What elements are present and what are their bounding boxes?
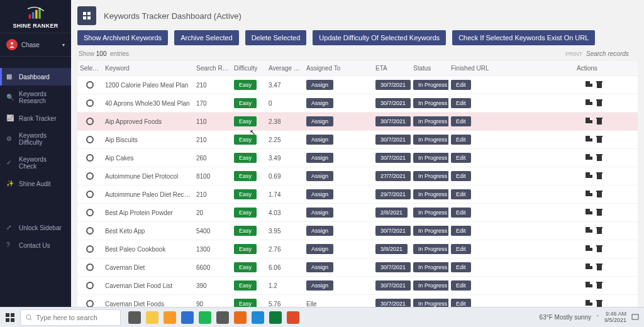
row-select[interactable] (86, 300, 94, 307)
taskbar-app-icon[interactable] (164, 311, 176, 324)
eta-button[interactable]: 29/7/2021 (375, 189, 411, 199)
taskbar-app-icon[interactable] (234, 311, 247, 324)
edit-button[interactable]: Edit (451, 116, 471, 126)
delete-icon[interactable] (596, 136, 602, 144)
open-icon[interactable] (586, 81, 592, 87)
edit-button[interactable]: Edit (451, 226, 471, 236)
status-button[interactable]: In Progress (413, 80, 448, 90)
row-select[interactable] (86, 81, 94, 89)
search-input[interactable] (586, 50, 636, 57)
assign-button[interactable]: Assign (306, 116, 333, 126)
delete-icon[interactable] (596, 282, 602, 290)
eta-button[interactable]: 30/7/2021 (375, 80, 411, 90)
eta-button[interactable]: 30/7/2021 (375, 262, 411, 272)
taskbar-app-icon[interactable] (128, 311, 141, 324)
eta-button[interactable]: 2/8/2021 (375, 208, 408, 218)
row-select[interactable] (86, 282, 94, 289)
open-icon[interactable] (586, 300, 592, 306)
taskbar-app-icon[interactable] (199, 311, 211, 324)
edit-button[interactable]: Edit (451, 171, 471, 181)
row-select[interactable] (86, 227, 94, 235)
open-icon[interactable] (586, 172, 592, 178)
delete-icon[interactable] (596, 209, 602, 217)
dashboard-icon[interactable] (77, 6, 96, 25)
open-icon[interactable] (586, 191, 592, 196)
delete-icon[interactable] (596, 118, 602, 126)
col-finished-url[interactable]: Finished URL (448, 65, 574, 72)
print-button[interactable]: PRINT (565, 51, 582, 57)
sidebar-item-keywords-check[interactable]: ✓Keywords Check (0, 151, 71, 175)
taskbar-app-icon[interactable] (287, 311, 299, 324)
status-button[interactable]: In Progress (413, 171, 448, 181)
open-icon[interactable] (586, 154, 592, 160)
clock[interactable]: 9:46 AM 9/5/2021 (604, 311, 626, 324)
col-search-rate[interactable]: Search Rate (194, 65, 231, 72)
tray-chevron-icon[interactable]: ˄ (596, 314, 599, 321)
sidebar-item-rank-tracker[interactable]: 📈Rank Tracker (0, 109, 71, 127)
weather-widget[interactable]: 63°F Mostly sunny (540, 314, 591, 321)
eta-button[interactable]: 30/7/2021 (375, 98, 411, 108)
status-button[interactable]: In Progress (413, 208, 448, 218)
edit-button[interactable]: Edit (451, 153, 471, 163)
edit-button[interactable]: Edit (451, 98, 471, 108)
edit-button[interactable]: Edit (451, 135, 471, 145)
delete-icon[interactable] (596, 172, 602, 180)
col-average-cpc[interactable]: Average CPC (266, 65, 304, 72)
row-select[interactable] (86, 245, 94, 253)
delete-icon[interactable] (596, 227, 602, 235)
eta-button[interactable]: 30/7/2021 (375, 135, 411, 145)
assign-button[interactable]: Assign (306, 171, 333, 181)
status-button[interactable]: In Progress (413, 244, 448, 254)
open-icon[interactable] (586, 99, 592, 105)
show-archived-keywords-button[interactable]: Show Archived Keywords (77, 30, 168, 45)
archive-selected-button[interactable]: Archive Selected (174, 30, 239, 45)
status-button[interactable]: In Progress (413, 116, 448, 126)
status-button[interactable]: In Progress (413, 98, 448, 108)
row-select[interactable] (86, 118, 94, 125)
status-button[interactable]: In Progress (413, 189, 448, 199)
delete-icon[interactable] (596, 154, 602, 162)
row-select[interactable] (86, 263, 94, 271)
sidebar-item-keywords-research[interactable]: 🔍Keywords Research (0, 86, 71, 109)
edit-button[interactable]: Edit (451, 208, 471, 218)
open-icon[interactable] (586, 118, 592, 123)
notifications-icon[interactable] (631, 313, 639, 322)
sidebar-item-shine-audit[interactable]: ✨Shine Audit (0, 175, 71, 192)
row-select[interactable] (86, 172, 94, 180)
edit-button[interactable]: Edit (451, 244, 471, 254)
col-select-all[interactable]: Select All (77, 65, 103, 72)
col-assigned-to[interactable]: Assigned To (304, 65, 373, 72)
row-select[interactable] (86, 191, 94, 198)
taskbar-search-input[interactable] (36, 314, 115, 321)
status-button[interactable]: In Progress (413, 135, 448, 145)
taskbar-search[interactable] (20, 309, 121, 326)
check-if-selected-keywords-exist-on-url-button[interactable]: Check If Selected Keywords Exist On URL (452, 30, 595, 45)
eta-button[interactable]: 27/7/2021 (375, 171, 411, 181)
eta-button[interactable]: 30/7/2021 (375, 226, 411, 236)
open-icon[interactable] (586, 136, 592, 141)
edit-button[interactable]: Edit (451, 189, 471, 199)
show-count[interactable]: 100 (96, 50, 107, 57)
col-keyword[interactable]: Keyword (103, 65, 194, 72)
update-difficulty-of-selected-keywords-button[interactable]: Update Difficulty Of Selected Keywords (313, 30, 446, 45)
status-button[interactable]: In Progress (413, 280, 448, 291)
eta-button[interactable]: 30/7/2021 (375, 299, 411, 307)
taskbar-app-icon[interactable] (269, 311, 282, 324)
start-button[interactable] (0, 308, 20, 328)
assign-button[interactable]: Assign (306, 189, 333, 199)
row-select[interactable] (86, 136, 94, 143)
open-icon[interactable] (586, 245, 592, 251)
user-menu[interactable]: Chase ▾ (0, 33, 71, 57)
delete-icon[interactable] (596, 99, 602, 108)
taskbar-app-icon[interactable] (216, 311, 229, 324)
sidebar-item-unlock-sidebar[interactable]: ⤢Unlock Sidebar (0, 219, 71, 236)
edit-button[interactable]: Edit (451, 280, 471, 291)
assign-button[interactable]: Assign (306, 280, 333, 291)
sidebar-item-contact-us[interactable]: ?Contact Us (0, 236, 71, 254)
open-icon[interactable] (586, 227, 592, 233)
status-button[interactable]: In Progress (413, 262, 448, 272)
edit-button[interactable]: Edit (451, 80, 471, 90)
sidebar-item-dashboard[interactable]: ▦Dashboard (0, 68, 71, 86)
open-icon[interactable] (586, 263, 592, 269)
eta-button[interactable]: 30/7/2021 (375, 153, 411, 163)
